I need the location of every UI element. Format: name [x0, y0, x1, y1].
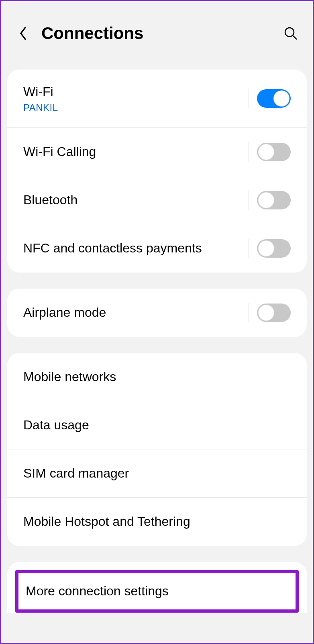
wifi-calling-row[interactable]: Wi-Fi Calling	[7, 128, 307, 176]
more-connection-settings-label: More connection settings	[26, 583, 288, 600]
mobile-networks-label: Mobile networks	[23, 369, 291, 386]
hotspot-tethering-row[interactable]: Mobile Hotspot and Tethering	[7, 498, 307, 546]
mobile-networks-row[interactable]: Mobile networks	[7, 353, 307, 401]
search-icon	[283, 26, 298, 41]
connections-group-4: More connection settings	[7, 562, 307, 613]
sim-card-manager-row[interactable]: SIM card manager	[7, 449, 307, 498]
toggle-separator	[249, 142, 249, 162]
wifi-text: Wi-Fi PANKIL	[23, 84, 249, 113]
toggle-separator	[249, 89, 249, 108]
wifi-label: Wi-Fi	[23, 84, 249, 100]
wifi-calling-label: Wi-Fi Calling	[23, 144, 249, 160]
connections-group-1: Wi-Fi PANKIL Wi-Fi Calling Bluetooth NFC…	[7, 70, 307, 273]
sim-card-manager-label: SIM card manager	[23, 465, 291, 482]
chevron-left-icon	[18, 25, 28, 41]
svg-line-1	[293, 36, 297, 39]
nfc-row[interactable]: NFC and contactless payments	[7, 224, 307, 273]
wifi-row[interactable]: Wi-Fi PANKIL	[7, 70, 307, 128]
search-button[interactable]	[281, 23, 301, 43]
toggle-separator	[249, 303, 249, 322]
data-usage-label: Data usage	[23, 417, 291, 434]
bluetooth-toggle[interactable]	[257, 191, 291, 209]
page-title: Connections	[41, 24, 281, 43]
airplane-mode-label: Airplane mode	[23, 304, 249, 321]
bluetooth-row[interactable]: Bluetooth	[7, 176, 307, 224]
nfc-label: NFC and contactless payments	[23, 240, 249, 257]
more-connection-settings-row[interactable]: More connection settings	[15, 570, 299, 613]
wifi-network-name: PANKIL	[23, 102, 249, 113]
bluetooth-label: Bluetooth	[23, 192, 249, 209]
svg-point-0	[285, 28, 294, 37]
connections-group-3: Mobile networks Data usage SIM card mana…	[7, 353, 307, 546]
airplane-mode-row[interactable]: Airplane mode	[7, 289, 307, 337]
header: Connections	[1, 1, 313, 70]
nfc-toggle[interactable]	[257, 239, 291, 258]
connections-group-2: Airplane mode	[7, 289, 307, 337]
wifi-toggle[interactable]	[257, 89, 291, 108]
back-button[interactable]	[13, 23, 33, 43]
data-usage-row[interactable]: Data usage	[7, 401, 307, 449]
toggle-separator	[249, 191, 249, 210]
toggle-separator	[249, 239, 249, 258]
airplane-mode-toggle[interactable]	[257, 304, 291, 322]
hotspot-tethering-label: Mobile Hotspot and Tethering	[23, 513, 291, 530]
wifi-calling-toggle[interactable]	[257, 143, 291, 161]
